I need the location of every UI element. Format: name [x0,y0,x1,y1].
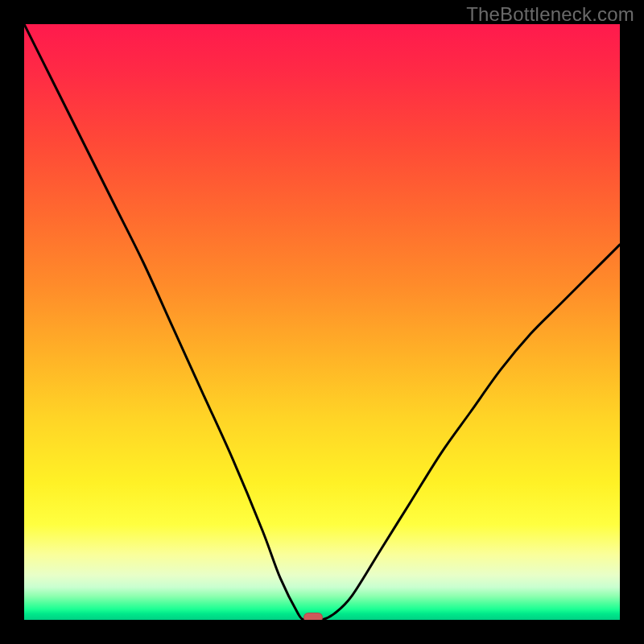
watermark-text: TheBottleneck.com [466,3,634,26]
optimal-marker [303,613,323,620]
bottleneck-curve-svg [24,24,620,620]
bottleneck-curve-path [24,24,620,620]
plot-area [24,24,620,620]
